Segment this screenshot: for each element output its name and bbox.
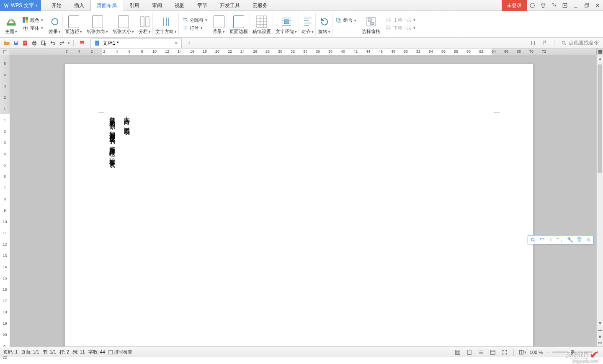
- zoom-slider[interactable]: [552, 351, 593, 353]
- ribbon-border[interactable]: 页面边框: [228, 13, 250, 36]
- ruler-options-icon[interactable]: [596, 49, 603, 55]
- wps-icon: [3, 3, 9, 8]
- text-line-1[interactable]: 文字方向，试试看呗～: [121, 112, 132, 132]
- ime-comma-icon[interactable]: °，: [557, 236, 564, 243]
- status-spellcheck[interactable]: 拼写检查: [108, 349, 132, 355]
- compact-icon[interactable]: [529, 39, 537, 47]
- view-outline-icon[interactable]: [477, 349, 486, 356]
- zoom-in-icon[interactable]: ＋: [595, 349, 600, 355]
- ruler-vertical[interactable]: 5432112345678910111213141516171819202122…: [0, 55, 10, 346]
- menu-tab-chapter[interactable]: 章节: [191, 0, 214, 11]
- print-preview-icon[interactable]: [39, 39, 48, 47]
- redo-icon[interactable]: [58, 39, 66, 47]
- text-line-2[interactable]: 我是呆坐思考的凉凉，我的回答都是自己写的，感觉自己棒棒哒～现在要更改: [107, 112, 117, 158]
- scrollbar-vertical[interactable]: ▴ ▾ ▴▴ ● ▾▾: [596, 55, 603, 346]
- menu-tab-reference[interactable]: 引用: [123, 0, 146, 11]
- svg-rect-6: [23, 17, 25, 20]
- ime-settings-icon[interactable]: 🔧: [567, 236, 573, 243]
- ribbon-margin[interactable]: 页边距▾: [64, 13, 84, 36]
- group-button[interactable]: 组合▾: [336, 17, 356, 23]
- maximize-icon[interactable]: [581, 0, 592, 11]
- ime-toolbar[interactable]: 中 ☾ °， 🔧 👕 ☺: [528, 235, 594, 244]
- view-web-icon[interactable]: [488, 349, 497, 356]
- ribbon-grid[interactable]: 稿纸设置: [251, 13, 273, 36]
- ruler-corner-icon[interactable]: [0, 49, 10, 55]
- zoom-out-icon[interactable]: －: [545, 349, 550, 355]
- undo-icon[interactable]: [49, 39, 57, 47]
- ribbon-align[interactable]: 对齐▾: [300, 13, 316, 36]
- skin-icon[interactable]: [527, 0, 538, 11]
- minimize-icon[interactable]: [570, 0, 581, 11]
- page[interactable]: 文字方向，试试看呗～ 我是呆坐思考的凉凉，我的回答都是自己写的，感觉自己棒棒哒～…: [64, 64, 533, 346]
- command-search[interactable]: 点此查找命令: [559, 38, 600, 47]
- save-icon[interactable]: [12, 39, 20, 47]
- open-icon[interactable]: [3, 39, 11, 47]
- status-section[interactable]: 节: 1/1: [43, 349, 56, 355]
- ribbon-textdir[interactable]: 文字方向▾: [154, 13, 179, 36]
- svg-rect-13: [141, 17, 144, 27]
- ribbon-size[interactable]: 纸张大小▾: [111, 13, 136, 36]
- ribbon-effect[interactable]: 效果▾: [47, 13, 63, 36]
- svg-rect-38: [598, 50, 602, 54]
- close-icon[interactable]: [592, 0, 603, 11]
- scroll-down-icon[interactable]: ▾: [597, 320, 603, 326]
- tab-close-icon[interactable]: ✕: [174, 41, 178, 46]
- view-fullscreen-icon[interactable]: [500, 349, 509, 356]
- ribbon-theme[interactable]: 主题▾: [3, 13, 19, 36]
- canvas[interactable]: 文字方向，试试看呗～ 我是呆坐思考的凉凉，我的回答都是自己写的，感觉自己棒棒哒～…: [10, 55, 596, 346]
- ime-skin-icon[interactable]: 👕: [576, 236, 582, 243]
- scroll-thumb[interactable]: [598, 64, 602, 173]
- view-print-icon[interactable]: [465, 349, 474, 356]
- ribbon-orient[interactable]: 纸张方向▾: [85, 13, 110, 36]
- status-words[interactable]: 字数: 44: [88, 349, 105, 355]
- status-page[interactable]: 页面: 1/1: [21, 349, 39, 355]
- color-button[interactable]: 颜色▾: [23, 17, 43, 23]
- zoom-thumb[interactable]: [571, 350, 574, 355]
- ime-search-icon[interactable]: [530, 236, 536, 243]
- ruler-horizontal[interactable]: 6422468101214161820222426283032343638404…: [0, 49, 603, 55]
- document-tab[interactable]: 文档1 * ✕: [90, 38, 182, 48]
- lineno-button[interactable]: 行号▾: [182, 25, 207, 31]
- scroll-track[interactable]: [597, 62, 603, 320]
- ribbon-rotate[interactable]: 旋转▾: [317, 13, 332, 36]
- font-button[interactable]: T字体▾: [23, 25, 43, 31]
- next-page-icon[interactable]: ▾▾: [597, 340, 603, 346]
- menu-tab-review[interactable]: 审阅: [146, 0, 168, 11]
- login-button[interactable]: 未登录: [502, 0, 527, 11]
- tshirt-icon[interactable]: [538, 0, 549, 11]
- ime-emoji-icon[interactable]: ☺: [585, 236, 592, 243]
- help-icon[interactable]: ?▾: [549, 0, 559, 11]
- flag-icon[interactable]: [541, 39, 549, 47]
- menu-tab-cloud[interactable]: 云服务: [246, 0, 274, 11]
- browse-object-icon[interactable]: ●: [597, 333, 603, 340]
- export-pdf-icon[interactable]: P: [21, 39, 29, 47]
- qat-dropdown-icon[interactable]: ▾: [67, 41, 71, 45]
- ime-lang-icon[interactable]: 中: [539, 236, 546, 243]
- ribbon-columns[interactable]: 分栏▾: [137, 13, 153, 36]
- prev-page-icon[interactable]: ▴▴: [597, 326, 603, 333]
- view-focus-icon[interactable]: [453, 349, 462, 356]
- new-tab-icon[interactable]: ＋: [185, 39, 193, 47]
- zoom-label[interactable]: 100 %: [530, 350, 543, 355]
- status-col[interactable]: 列: 11: [72, 349, 85, 355]
- ribbon-bg[interactable]: 背景▾: [211, 13, 227, 36]
- ribbon-selpane[interactable]: 选择窗格: [360, 13, 382, 36]
- menu-tab-layout[interactable]: 页面布局: [90, 0, 123, 11]
- svg-rect-41: [456, 350, 460, 354]
- ime-moon-icon[interactable]: ☾: [548, 236, 555, 243]
- ribbon-wrap[interactable]: 文字环绕▾: [274, 13, 299, 36]
- print-icon[interactable]: [30, 39, 39, 47]
- book-icon[interactable]: ▾: [518, 349, 527, 356]
- menu-tab-insert[interactable]: 插入: [68, 0, 90, 11]
- ribbon-collapse-icon[interactable]: [559, 0, 570, 11]
- menu-tab-start[interactable]: 开始: [45, 0, 68, 11]
- status-pageno[interactable]: 页码: 1: [3, 349, 18, 355]
- menu-tab-devtools[interactable]: 开发工具: [214, 0, 246, 11]
- menu-tab-view[interactable]: 视图: [168, 0, 191, 11]
- status-row[interactable]: 行: 2: [59, 349, 69, 355]
- scroll-up-icon[interactable]: ▴: [597, 55, 603, 62]
- app-logo[interactable]: WPS 文字 ▾: [0, 0, 41, 11]
- wps-home-icon[interactable]: [78, 39, 86, 47]
- svg-rect-8: [23, 20, 25, 23]
- break-button[interactable]: 分隔符▾: [182, 17, 207, 23]
